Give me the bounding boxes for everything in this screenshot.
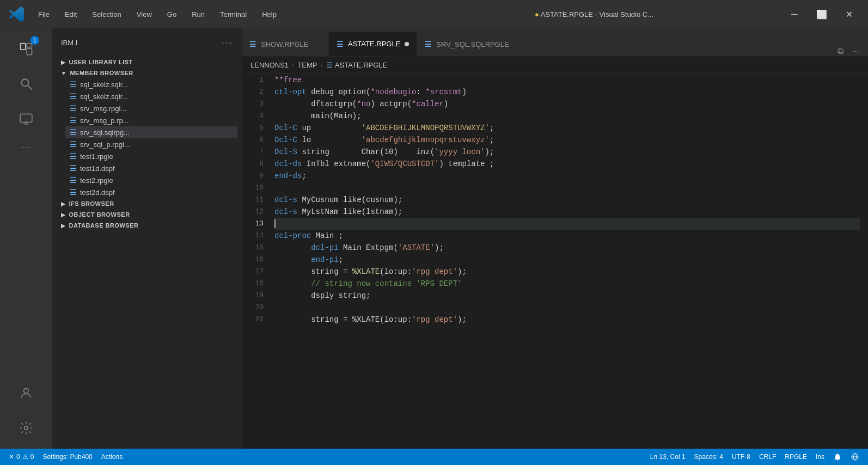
activity-explorer[interactable]: 1 (10, 33, 42, 65)
token: *srcstmt (425, 86, 462, 98)
activity-ellipsis[interactable]: ··· (19, 139, 33, 155)
mode-label: Ins (816, 453, 824, 461)
menu-view[interactable]: View (129, 7, 160, 22)
activity-settings[interactable] (10, 412, 42, 444)
token: ; (302, 170, 306, 182)
menu-edit[interactable]: Edit (57, 7, 84, 22)
menu-go[interactable]: Go (160, 7, 184, 22)
menu-help[interactable]: Help (254, 7, 284, 22)
list-item[interactable]: ☰ test1d.dspf (65, 162, 237, 174)
status-mode[interactable]: Ins (811, 449, 829, 465)
token: main(Main); (274, 110, 362, 122)
error-icon: ✕ (9, 453, 14, 461)
line-num-13: 13 (242, 218, 264, 230)
list-item[interactable]: ☰ test2d.dspf (65, 186, 237, 198)
list-item-active[interactable]: ☰ srv_sql.sqlrpg... (65, 126, 237, 138)
status-notifications[interactable] (829, 449, 846, 465)
file-icon: ☰ (70, 176, 77, 185)
list-item[interactable]: ☰ srv_sql_p.rpgl... (65, 138, 237, 150)
code-content[interactable]: **free ctl-opt debug option(*nodebugio: … (270, 74, 860, 449)
token: end-ds (274, 170, 302, 182)
file-icon: ☰ (70, 164, 77, 173)
code-line-2: ctl-opt debug option(*nodebugio: *srcstm… (274, 86, 860, 98)
user-library-toggle[interactable]: ▶ USER LIBRARY LIST (57, 57, 237, 68)
activity-search[interactable] (10, 68, 42, 100)
status-actions[interactable]: Actions (97, 449, 127, 465)
breadcrumb-separator: › (292, 61, 294, 69)
activity-ibmi[interactable] (10, 102, 42, 135)
tab-astate-rpgle[interactable]: ☰ ASTATE.RPGLE (329, 32, 417, 56)
ifs-browser-toggle[interactable]: ▶ IFS BROWSER (57, 198, 237, 209)
token: 'rpg dept' (412, 314, 457, 326)
section-database-browser: ▶ DATABASE BROWSER (52, 220, 242, 231)
ifs-browser-label: IFS BROWSER (69, 200, 114, 207)
chevron-right-icon: ▶ (61, 212, 66, 218)
list-item[interactable]: ☰ srv_msg_p.rp... (65, 114, 237, 126)
section-object-browser: ▶ OBJECT BROWSER (52, 209, 242, 220)
maximize-button[interactable]: ⬜ (809, 5, 834, 23)
token: ) (444, 98, 448, 110)
list-item[interactable]: ☰ sql_skelz.sqlr... (65, 78, 237, 90)
user-library-label: USER LIBRARY LIST (69, 59, 133, 65)
line-num-19: 19 (242, 290, 264, 302)
menu-selection[interactable]: Selection (84, 7, 129, 22)
menu-bar: File Edit Selection View Go Run Terminal… (30, 7, 406, 22)
activity-profile[interactable] (10, 377, 42, 409)
status-errors[interactable]: ✕ 0 ⚠ 0 (4, 449, 38, 465)
minimize-button[interactable]: ─ (782, 5, 807, 23)
menu-file[interactable]: File (30, 7, 57, 22)
status-language[interactable]: RPGLE (780, 449, 811, 465)
status-encoding[interactable]: UTF-8 (728, 449, 755, 465)
list-item[interactable]: ☰ srv_msg.rpgl... (65, 102, 237, 114)
database-browser-toggle[interactable]: ▶ DATABASE BROWSER (57, 220, 237, 231)
vertical-scrollbar[interactable] (860, 74, 868, 449)
tab-srv-sql[interactable]: ☰ SRV_SQL.SQLRPGLE (417, 32, 517, 56)
code-line-8: dcl-ds InTbl extname('QIWS/QCUSTCDT') te… (274, 158, 860, 170)
token: 'QIWS/QCUSTCDT' (370, 158, 439, 170)
app-logo (7, 4, 26, 24)
list-item[interactable]: ☰ test2.rpgle (65, 174, 237, 186)
status-spaces[interactable]: Spaces: 4 (690, 449, 728, 465)
member-browser-label: MEMBER BROWSER (70, 70, 133, 76)
status-line-ending[interactable]: CRLF (755, 449, 780, 465)
line-num-3: 3 (242, 98, 264, 110)
token: **free (274, 74, 302, 86)
breadcrumb-separator: › (321, 61, 323, 69)
menu-terminal[interactable]: Terminal (212, 7, 254, 22)
tab-show-rpgle[interactable]: ☰ SHOW.RPGLE (242, 32, 329, 56)
token: ); (457, 314, 467, 326)
token: 'abcdefghijklmnopqrstuvwxyz' (362, 134, 490, 146)
section-user-library: ▶ USER LIBRARY LIST (52, 57, 242, 68)
token: string Char(10) inz( (297, 146, 435, 158)
status-position[interactable]: Ln 13, Col 1 (646, 449, 690, 465)
line-num-7: 7 (242, 146, 264, 158)
token: ) template ; (439, 158, 494, 170)
close-button[interactable]: ✕ (836, 5, 861, 23)
status-settings[interactable]: Settings: Pub400 (38, 449, 96, 465)
code-editor[interactable]: 1 2 3 4 5 6 7 8 9 10 11 12 13 14 15 16 1… (242, 74, 868, 449)
code-line-12: dcl-s MyLstNam like(lstnam); (274, 206, 860, 218)
list-item[interactable]: ☰ test1.rpgle (65, 150, 237, 162)
sidebar-more-button[interactable]: ··· (222, 37, 233, 48)
token (274, 242, 311, 254)
code-line-4: main(Main); (274, 110, 860, 122)
menu-run[interactable]: Run (184, 7, 212, 22)
token: ; (339, 254, 343, 266)
tab-more-button[interactable]: ··· (848, 46, 864, 56)
item-label: srv_sql_p.rpgl... (80, 140, 130, 149)
notification-badge: 1 (30, 36, 39, 45)
token: Main ; (311, 230, 343, 242)
list-item[interactable]: ☰ sql_skelz.sqlr... (65, 90, 237, 102)
status-remote[interactable] (846, 449, 864, 465)
split-editor-button[interactable]: ⧉ (833, 46, 848, 56)
status-bar: ✕ 0 ⚠ 0 Settings: Pub400 Actions Ln 13, … (0, 449, 868, 465)
breadcrumb-part-1[interactable]: TEMP (297, 61, 317, 69)
code-line-3: dftactgrp(*no) actgrp(*caller) (274, 98, 860, 110)
member-browser-toggle[interactable]: ▼ MEMBER BROWSER (57, 68, 237, 78)
breadcrumb: LENNONS1 › TEMP › ☰ ASTATE.RPGLE (242, 57, 868, 74)
object-browser-toggle[interactable]: ▶ OBJECT BROWSER (57, 209, 237, 220)
token: dcl-s (274, 194, 297, 206)
breadcrumb-part-2[interactable]: ☰ ASTATE.RPGLE (326, 61, 387, 69)
svg-point-3 (21, 79, 28, 86)
breadcrumb-part-0[interactable]: LENNONS1 (250, 61, 289, 69)
